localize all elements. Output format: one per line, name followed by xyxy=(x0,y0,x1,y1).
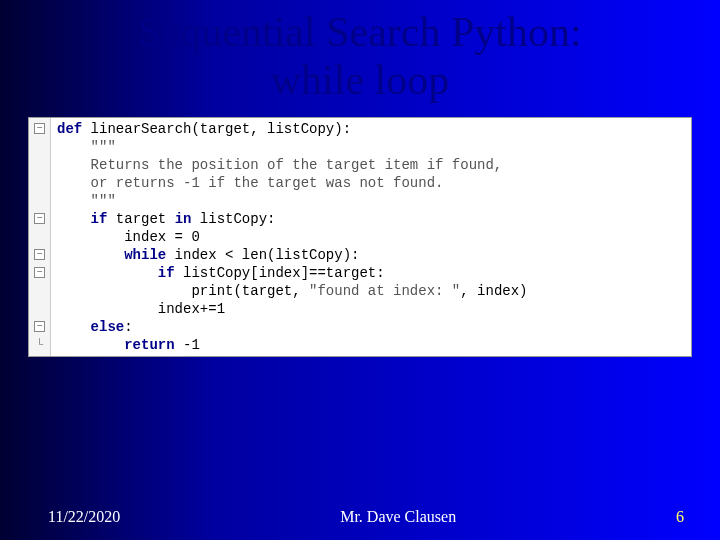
fold-minus-icon[interactable]: − xyxy=(34,249,45,260)
footer-author: Mr. Dave Clausen xyxy=(340,508,456,526)
fold-minus-icon[interactable]: − xyxy=(34,267,45,278)
fold-gutter: − − − − − └ xyxy=(29,118,51,356)
fold-minus-icon[interactable]: − xyxy=(34,213,45,224)
kw-if: if xyxy=(57,265,175,281)
kw-else: else xyxy=(57,319,124,335)
fold-minus-icon[interactable]: − xyxy=(34,321,45,332)
slide-title: Sequential Search Python: while loop xyxy=(0,0,720,117)
page-number: 6 xyxy=(676,508,684,526)
code-content: def linearSearch(target, listCopy): """ … xyxy=(51,118,691,356)
title-line-2: while loop xyxy=(271,57,449,103)
fold-minus-icon[interactable]: − xyxy=(34,123,45,134)
code-editor: − − − − − └ def linearSearch(target, lis… xyxy=(28,117,692,357)
fold-end-icon: └ xyxy=(36,336,43,354)
slide-footer: 11/22/2020 Mr. Dave Clausen 6 xyxy=(0,508,720,526)
footer-date: 11/22/2020 xyxy=(48,508,120,526)
kw-in: in xyxy=(175,211,192,227)
kw-return: return xyxy=(57,337,175,353)
kw-while: while xyxy=(57,247,166,263)
title-line-1: Sequential Search Python: xyxy=(138,9,581,55)
kw-def: def xyxy=(57,121,82,137)
kw-if: if xyxy=(57,211,107,227)
